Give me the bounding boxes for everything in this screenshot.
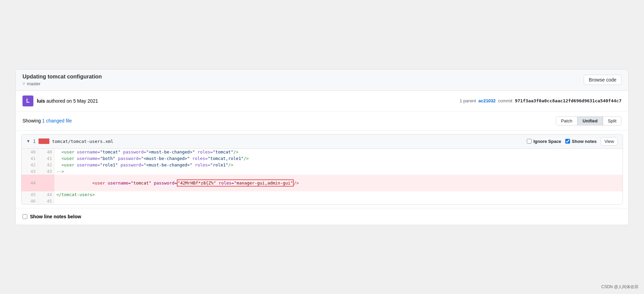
line-num-left: 45: [21, 191, 38, 198]
table-row: 46 45: [21, 198, 623, 204]
diff-table: 40 40 <user username="tomcat" password="…: [21, 149, 623, 204]
table-row: 45 44 </tomcat-users>: [21, 191, 623, 198]
file-path: tomcat/tomcat-users.xml: [52, 139, 113, 144]
ignore-space-label[interactable]: Ignore Space: [527, 139, 561, 144]
file-number: 1: [33, 138, 36, 144]
view-button[interactable]: View: [601, 137, 618, 146]
table-row: 44 <user username="tomcat" password="42M…: [21, 175, 623, 191]
show-line-notes-checkbox[interactable]: [22, 214, 27, 219]
commit-header: Updating tomcat configuration ⑂ master B…: [16, 70, 628, 91]
branch-name: master: [27, 81, 41, 86]
line-content: [54, 198, 623, 204]
browse-code-button[interactable]: Browse code: [584, 75, 622, 85]
table-row: 40 40 <user username="tomcat" password="…: [21, 149, 623, 155]
line-num-left: 41: [21, 155, 38, 162]
file-diff-header-right: Ignore Space Show notes View: [527, 137, 618, 146]
main-container: Updating tomcat configuration ⑂ master B…: [15, 69, 629, 225]
author-row: L luis authored on 5 May 2021 1 parent a…: [16, 91, 628, 112]
parent-hash: ac21032: [478, 98, 496, 103]
table-row: 42 42 <user username="role1" password="<…: [21, 162, 623, 168]
line-content: </tomcat-users>: [54, 191, 623, 198]
branch-icon: ⑂: [22, 81, 25, 86]
line-num-left: 43: [21, 168, 38, 175]
patch-button[interactable]: Patch: [556, 116, 577, 126]
file-diff-header-left: ▼ 1 tomcat/tomcat-users.xml: [26, 138, 113, 144]
table-row: 41 41 <user username="both" password="<m…: [21, 155, 623, 162]
line-num-right: [38, 175, 54, 191]
chevron-down-icon[interactable]: ▼: [26, 139, 30, 144]
author-name: luis authored on 5 May 2021: [37, 98, 98, 104]
unified-button[interactable]: Unified: [578, 116, 603, 126]
line-content: <user username="role1" password="<must-b…: [54, 162, 623, 168]
line-num-right: 40: [38, 149, 54, 155]
commit-hash: 971f3aa3f0a0cc8aac12fd696d9631ca540f44c7: [515, 98, 622, 103]
line-num-right: 42: [38, 162, 54, 168]
branch-ref: ⑂ master: [22, 81, 102, 86]
line-num-right: 41: [38, 155, 54, 162]
author-left: L luis authored on 5 May 2021: [22, 95, 98, 106]
footer-section: Show line notes below: [16, 208, 628, 225]
commit-parents: 1 parent ac21032 commit 971f3aa3f0a0cc8a…: [460, 98, 622, 103]
table-row: 43 43 -->: [21, 168, 623, 175]
split-button[interactable]: Split: [603, 116, 622, 126]
changed-files-bar: Showing 1 changed file Patch Unified Spl…: [16, 112, 628, 131]
show-notes-label[interactable]: Show notes: [565, 139, 597, 144]
file-diff-header: ▼ 1 tomcat/tomcat-users.xml Ignore Space…: [21, 134, 623, 149]
commit-header-left: Updating tomcat configuration ⑂ master: [22, 74, 102, 86]
line-num-left: 42: [21, 162, 38, 168]
line-num-left: 40: [21, 149, 38, 155]
line-content: <user username="tomcat" password="<must-…: [54, 149, 623, 155]
line-num-right: 43: [38, 168, 54, 175]
line-content-highlighted: <user username="tomcat" password="42MrHB…: [54, 175, 623, 191]
line-content: -->: [54, 168, 623, 175]
avatar: L: [22, 95, 33, 106]
changed-files-link[interactable]: 1 changed file: [42, 118, 72, 123]
show-line-notes-label: Show line notes below: [30, 214, 81, 219]
changed-files-text: Showing 1 changed file: [22, 118, 72, 123]
commit-title: Updating tomcat configuration: [22, 74, 102, 80]
file-color-block: [39, 138, 49, 144]
line-num-left: 44: [21, 175, 38, 191]
line-num-right: 44: [38, 191, 54, 198]
author-date-text: authored on 5 May 2021: [46, 98, 98, 104]
diff-view-buttons: Patch Unified Split: [556, 116, 622, 126]
watermark: CSDN @人间体佐菲: [601, 284, 639, 290]
show-notes-checkbox[interactable]: [565, 139, 570, 144]
file-diff-section: ▼ 1 tomcat/tomcat-users.xml Ignore Space…: [21, 134, 623, 205]
ignore-space-checkbox[interactable]: [527, 139, 532, 144]
line-num-left: 46: [21, 198, 38, 204]
line-num-right: 45: [38, 198, 54, 204]
line-content: <user username="both" password="<must-be…: [54, 155, 623, 162]
